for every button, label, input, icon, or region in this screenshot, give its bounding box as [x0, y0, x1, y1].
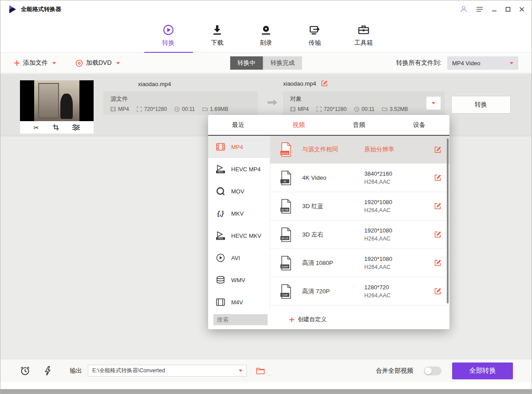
plus-icon — [289, 317, 295, 323]
preset-4k-video[interactable]: 4K 4K Video 3840*2160 H264,AAC — [270, 164, 449, 192]
edit-icon[interactable] — [434, 259, 441, 267]
tab-transfer[interactable]: 传输 — [291, 18, 339, 52]
tab-converted[interactable]: 转换完成 — [263, 56, 302, 70]
format-item-avi[interactable]: AVI — [208, 247, 270, 269]
tab-convert[interactable]: 转换 — [144, 18, 193, 52]
tab-download[interactable]: 下载 — [193, 18, 242, 52]
format-label: AVI — [231, 255, 240, 261]
tab-burn[interactable]: 刻录 — [242, 18, 291, 52]
tab-label: 工具箱 — [355, 39, 373, 47]
convert-all-to-label: 转换所有文件到: — [396, 59, 441, 67]
format-item-hevc-mkv[interactable]: HEVC HEVC MKV — [208, 225, 270, 247]
preset-3d-redblue[interactable]: 3D RB 3D 红蓝 1920*1080 H264,AAC — [270, 192, 449, 221]
tab-audio[interactable]: 音频 — [329, 115, 389, 135]
preset-resolution: 1920*1080 — [364, 199, 392, 205]
output-format-value: MP4 Video — [452, 60, 480, 67]
menu-icon[interactable] — [476, 6, 483, 12]
tab-converting[interactable]: 转换中 — [230, 56, 263, 70]
add-file-button[interactable]: 添加文件 — [14, 59, 56, 67]
tab-video[interactable]: 视频 — [268, 115, 329, 135]
preset-info: 3840*2160 H264,AAC — [364, 170, 392, 185]
media-stack-icon — [216, 276, 225, 284]
play-circle-icon — [216, 253, 225, 262]
schedule-icon[interactable] — [20, 366, 30, 376]
arrow-right-icon — [267, 99, 278, 106]
preset-codec: H264,AAC — [364, 236, 392, 242]
trim-icon[interactable]: ✂ — [34, 124, 39, 131]
format-item-m4v[interactable]: M4V — [208, 291, 270, 310]
format-list: MP4 HEVC HEVC MP4 MOV {,} MKV HEVC HEVC … — [208, 136, 270, 310]
load-dvd-button[interactable]: 加载DVD — [75, 59, 120, 67]
output-format-select[interactable]: MP4 Video — [447, 56, 518, 70]
preset-resolution: 1280*720 — [364, 284, 390, 291]
toggle-knob — [425, 367, 432, 374]
format-item-mp4[interactable]: MP4 — [208, 136, 270, 158]
account-icon[interactable] — [460, 5, 468, 13]
target-size: 3.52MB — [382, 106, 408, 112]
m4v-icon — [216, 298, 225, 306]
high-speed-icon[interactable] — [44, 366, 51, 376]
source-duration: 00:11 — [174, 106, 195, 112]
tab-device[interactable]: 设备 — [389, 115, 449, 135]
minimize-icon[interactable] — [492, 7, 497, 12]
preset-resolution: 1920*1080 — [364, 256, 392, 262]
format-item-mov[interactable]: MOV — [208, 180, 270, 202]
convert-all-button[interactable]: 全部转换 — [452, 362, 513, 379]
chevron-down-icon — [116, 62, 120, 64]
preset-resolution: 3840*2160 — [364, 170, 392, 177]
preset-codec: H264,AAC — [364, 179, 392, 185]
edit-icon[interactable] — [434, 288, 441, 295]
format-picker-tabs: 最近 视频 音频 设备 — [208, 115, 449, 136]
tab-recent[interactable]: 最近 — [208, 115, 268, 135]
close-icon[interactable] — [519, 7, 524, 12]
main-nav: 转换 下载 刻录 传输 工具箱 — [0, 18, 532, 53]
preset-hd-720p[interactable]: 720P 高清 720P 1280*720 H264,AAC — [270, 277, 449, 306]
file-format-icon: 1080P — [280, 256, 292, 271]
effects-icon[interactable] — [72, 124, 80, 130]
format-item-wmv[interactable]: WMV — [208, 269, 270, 291]
open-folder-icon[interactable] — [256, 367, 265, 374]
preset-3d-leftright[interactable]: 3D LR 3D 左右 1920*1080 H264,AAC — [270, 221, 449, 249]
tab-toolbox[interactable]: 工具箱 — [339, 18, 388, 52]
format-item-hevc-mp4[interactable]: HEVC HEVC MP4 — [208, 158, 270, 180]
scrollbar[interactable] — [447, 138, 449, 303]
search-input[interactable] — [213, 314, 268, 325]
file-format-icon: 3D LR — [280, 227, 292, 242]
source-info-box: 源文件 MP4 720*1280 00:11 — [103, 91, 258, 115]
hevc-icon: HEVC — [216, 165, 225, 173]
chevron-down-icon — [432, 102, 435, 104]
crop-icon[interactable] — [53, 124, 59, 130]
target-duration: 00:11 — [354, 106, 374, 112]
edit-icon[interactable] — [434, 174, 441, 181]
edit-icon[interactable] — [434, 202, 441, 210]
format-item-mkv[interactable]: {,} MKV — [208, 202, 270, 225]
preset-name: 高清 720P — [302, 288, 364, 296]
preset-info: 1280*720 H264,AAC — [364, 284, 390, 299]
merge-toggle[interactable] — [424, 366, 441, 375]
clock-icon — [354, 106, 359, 112]
preset-hd-1080p[interactable]: 1080P 高清 1080P 1920*1080 H264,AAC — [270, 249, 449, 277]
preset-codec: H264,AAC — [364, 207, 392, 213]
preset-same-as-source[interactable]: source 与源文件相同 原始分辨率 — [270, 136, 449, 164]
source-file-icon: source — [280, 142, 292, 157]
preset-name: 3D 红蓝 — [302, 202, 364, 210]
rename-edit-icon[interactable] — [321, 80, 328, 87]
preset-name: 高清 1080P — [302, 259, 364, 267]
edit-icon[interactable] — [434, 146, 441, 154]
convert-button[interactable]: 转换 — [451, 96, 511, 114]
tab-label: 转换 — [162, 39, 175, 47]
source-resolution: 720*1280 — [137, 106, 167, 112]
edit-icon[interactable] — [434, 231, 441, 238]
format-label: HEVC MKV — [231, 232, 261, 239]
file-format-icon: 3D RB — [280, 199, 292, 214]
preset-info: 1920*1080 H264,AAC — [364, 256, 392, 270]
maximize-icon[interactable] — [505, 7, 511, 12]
transfer-icon — [309, 24, 321, 36]
output-path-select[interactable]: E:\全能格式转换器\Converted — [88, 365, 247, 377]
app-logo-icon — [8, 4, 17, 14]
target-format-dropdown[interactable] — [426, 96, 441, 110]
svg-text:HEVC: HEVC — [218, 237, 224, 240]
popup-footer: 创建自定义 — [208, 310, 449, 329]
create-custom-button[interactable]: 创建自定义 — [289, 315, 327, 323]
format-picker-popup: 最近 视频 音频 设备 MP4 HEVC HEVC MP4 MOV — [208, 115, 449, 329]
